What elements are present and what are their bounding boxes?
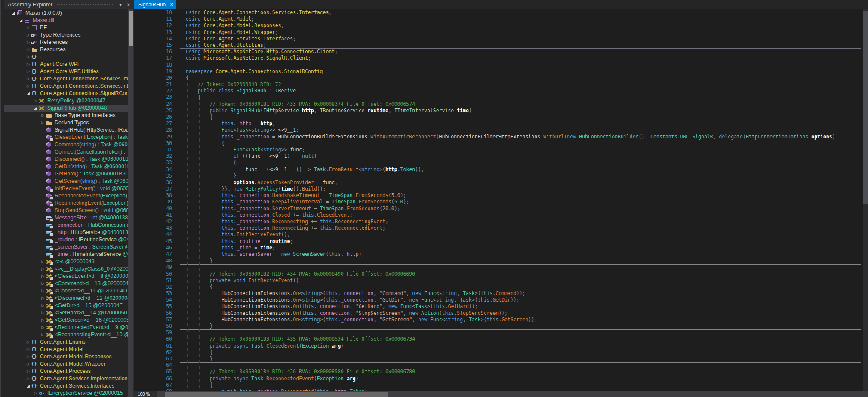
tree-item[interactable]: ◢Maxar (1.0.0.0)	[4, 9, 128, 17]
expand-arrow-icon[interactable]: ▷	[25, 53, 31, 61]
tree-item[interactable]: SignalRHub(IHttpService, IRoutineService…	[4, 126, 128, 134]
tree-item[interactable]: _time : ITimeIntervalService @04000137	[4, 251, 128, 258]
collapse-arrow-icon[interactable]: ◢	[25, 382, 31, 390]
tree-item[interactable]: ClesedEvent(Exception) : Task @060001B3	[4, 134, 128, 141]
tree-item[interactable]: ▷Agent.Core.WPF.Utilities	[4, 68, 128, 75]
tree-item[interactable]: _connection : HubConnection @04000134	[4, 222, 128, 229]
tree-item[interactable]: ◢SignalRHub @02000048	[4, 105, 128, 112]
expand-arrow-icon[interactable]: ▷	[32, 97, 39, 105]
tree-item[interactable]: ▷<>c @02000049	[4, 258, 128, 265]
expand-arrow-icon[interactable]: ▷	[40, 317, 46, 324]
expand-arrow-icon[interactable]: ▷	[40, 280, 46, 287]
expand-arrow-icon[interactable]: ▷	[25, 83, 31, 90]
zoom-level-dropdown[interactable]: 100 % ▼	[134, 391, 157, 397]
expand-arrow-icon[interactable]: ▷	[40, 302, 46, 309]
expand-arrow-icon[interactable]: ▷	[25, 353, 31, 360]
tree-item[interactable]: ▷<ReconnectingEvent>d__10 @02000053	[4, 331, 128, 339]
tree-item[interactable]: ▷-	[4, 53, 128, 61]
expand-arrow-icon[interactable]: ▷	[25, 68, 31, 75]
tree-item[interactable]: ▷Core.Agent.Connections.Services.Interfa…	[4, 83, 128, 90]
expand-arrow-icon[interactable]: ▷	[40, 119, 46, 126]
tree-item[interactable]: ▷Base Type and Interfaces	[4, 112, 128, 119]
editor-horizontal-scrollbar[interactable]	[157, 391, 868, 397]
tree-item[interactable]: ▷<Disconnect>d__12 @0200004E	[4, 295, 128, 302]
tree-item[interactable]: ▷Core.Agent.Model.Responses	[4, 353, 128, 360]
expand-arrow-icon[interactable]: ▷	[25, 375, 31, 382]
tree-item[interactable]: ◢Core.Agent.Services.Interfaces	[4, 382, 128, 390]
expand-arrow-icon[interactable]: ▷	[25, 339, 31, 346]
expand-arrow-icon[interactable]: ▷	[25, 39, 31, 46]
assembly-tree[interactable]: ◢Maxar (1.0.0.0)◢Maxar.dll▷PE▷Type Refer…	[4, 9, 128, 397]
collapse-arrow-icon[interactable]: ◢	[10, 9, 17, 17]
expand-arrow-icon[interactable]: ▷	[40, 287, 46, 295]
panel-close-icon[interactable]: ✕	[125, 3, 132, 7]
tree-scrollbar-thumb[interactable]	[129, 11, 133, 46]
tree-item[interactable]: GetHard() : Task @060001B9	[4, 170, 128, 178]
editor-horizontal-scrollbar-thumb[interactable]	[165, 392, 388, 397]
expand-arrow-icon[interactable]: ▷	[40, 265, 46, 273]
expand-arrow-icon[interactable]: ▷	[40, 331, 46, 339]
tree-item[interactable]: Command(string) : Task @060001B8	[4, 141, 128, 148]
tree-item[interactable]: InitReciveEvent() : void @060001B2	[4, 185, 128, 192]
tree-item[interactable]: ▷<GetHard>d__14 @02000050	[4, 309, 128, 317]
tree-item[interactable]: ▷Agent.Core.WPF	[4, 61, 128, 68]
tree-item[interactable]: MessageSize : int @04000138	[4, 214, 128, 222]
tree-item[interactable]: StopSendScreen() : void @060001BC	[4, 207, 128, 214]
tab-signalrhub[interactable]: SignalRHub ✕	[134, 0, 176, 9]
expand-arrow-icon[interactable]: ▷	[25, 24, 31, 31]
editor-vertical-scrollbar-thumb[interactable]	[863, 11, 868, 204]
code-editor[interactable]: 10using Core.Agent.Connections.Services.…	[134, 9, 863, 391]
panel-menu-chevron-icon[interactable]: ▾	[117, 3, 124, 7]
tree-item[interactable]: ▷References	[4, 39, 128, 46]
expand-arrow-icon[interactable]: ▷	[40, 112, 46, 119]
expand-arrow-icon[interactable]: ▷	[25, 75, 31, 83]
tree-item[interactable]: ▷Core.Agent.Enums	[4, 339, 128, 346]
expand-arrow-icon[interactable]: ▷	[40, 295, 46, 302]
tree-item[interactable]: ▷Resources	[4, 46, 128, 53]
collapse-arrow-icon[interactable]: ◢	[25, 90, 31, 97]
tree-item[interactable]: ▷Type References	[4, 31, 128, 39]
tree-item[interactable]: _http : IHttpService @04000135	[4, 229, 128, 236]
tree-item[interactable]: ▷PE	[4, 24, 128, 31]
tree-item[interactable]: ReconnectedEvent(Exception) : Task @0600…	[4, 192, 128, 200]
tree-item[interactable]: ▷<Connect>d__11 @0200004D	[4, 287, 128, 295]
tree-item[interactable]: Disconnect() : Task @060001B7	[4, 156, 128, 163]
expand-arrow-icon[interactable]: ▷	[25, 46, 31, 53]
tree-item[interactable]: ▷Derived Types	[4, 119, 128, 126]
tree-item[interactable]: _routine : IRoutineService @04000136	[4, 236, 128, 243]
tree-item[interactable]: ▷Core.Agent.Services.Implementationes	[4, 375, 128, 382]
tree-item[interactable]: ▷Core.Agent.Model.Wrapper	[4, 360, 128, 368]
collapse-arrow-icon[interactable]: ◢	[32, 105, 39, 112]
expand-arrow-icon[interactable]: ▷	[25, 61, 31, 68]
tree-item[interactable]: GetDir(string) : Task @060001BA	[4, 163, 128, 170]
tree-item[interactable]: ▷<ReconnectedEvent>d__9 @02000052	[4, 324, 128, 331]
tree-item[interactable]: _screenSaver : ScreenSaver @04000139	[4, 243, 128, 251]
expand-arrow-icon[interactable]: ▷	[25, 360, 31, 368]
expand-arrow-icon[interactable]: ▷	[40, 309, 46, 317]
tree-item[interactable]: ▷<ClesedEvent>d__8 @0200004B	[4, 273, 128, 280]
expand-arrow-icon[interactable]: ▷	[25, 368, 31, 375]
editor-vertical-scrollbar[interactable]	[863, 9, 868, 391]
tree-item[interactable]: GetScreen(string) : Task @060001BB	[4, 178, 128, 185]
expand-arrow-icon[interactable]: ▷	[40, 273, 46, 280]
tree-item[interactable]: ▷Core.Agent.Proccess	[4, 368, 128, 375]
expand-arrow-icon[interactable]: ▷	[25, 31, 31, 39]
expand-arrow-icon[interactable]: ▷	[40, 324, 46, 331]
expand-arrow-icon[interactable]: ▷	[25, 346, 31, 353]
tree-item[interactable]: ▷IEncryptionService @02000015	[4, 390, 128, 397]
tree-scrollbar[interactable]	[128, 9, 133, 397]
tree-item[interactable]: ReconnectingEvent(Exception) : Task @060…	[4, 200, 128, 207]
tree-item[interactable]: ▷Core.Agent.Connections.Services.Impleme…	[4, 75, 128, 83]
tree-item[interactable]: ▷<>c__DisplayClass6_0 @0200004A	[4, 265, 128, 273]
tree-item[interactable]: ▷Core.Agent.Model	[4, 346, 128, 353]
tree-item[interactable]: ▷<GetDir>d__15 @0200004F	[4, 302, 128, 309]
expand-arrow-icon[interactable]: ▷	[40, 258, 46, 265]
tree-item[interactable]: Connect(CancellationToken) : Task @06000…	[4, 148, 128, 156]
tree-item[interactable]: ▷<Command>d__13 @0200004C	[4, 280, 128, 287]
tree-item[interactable]: ▷RetryPolicy @02000047	[4, 97, 128, 105]
tab-close-icon[interactable]: ✕	[170, 2, 173, 7]
tree-item[interactable]: ◢Core.Agent.Connections.SignalRConfig	[4, 90, 128, 97]
tree-item[interactable]: ◢Maxar.dll	[4, 17, 128, 24]
tree-item[interactable]: ▷<GetScreen>d__16 @02000051	[4, 317, 128, 324]
expand-arrow-icon[interactable]: ▷	[32, 390, 39, 397]
